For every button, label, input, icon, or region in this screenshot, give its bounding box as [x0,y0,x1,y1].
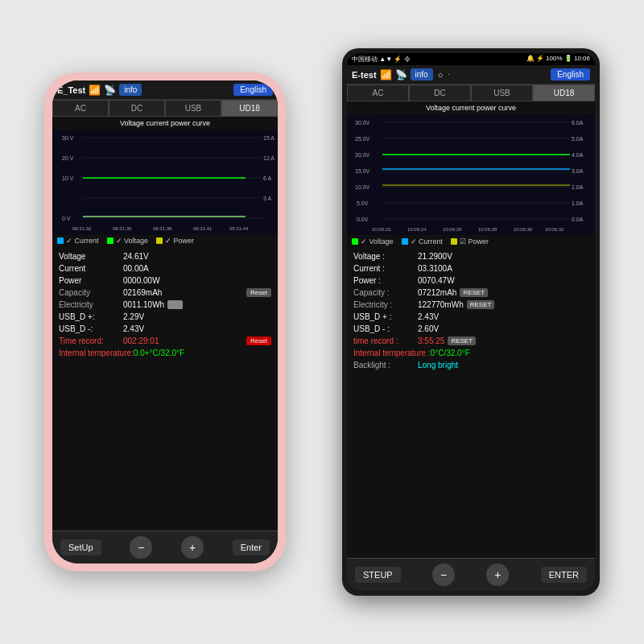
power-label: ✓ Power [165,237,194,245]
right-current-row: Current : 03.3100A [353,262,588,275]
svg-text:08:31:32: 08:31:32 [72,226,92,231]
right-voltage-dot [352,238,358,245]
svg-text:08:31:35: 08:31:35 [113,226,132,231]
svg-text:15 A: 15 A [263,135,275,141]
left-capacity-row: Capacity 02169mAh Reset [59,287,271,299]
scene: E_Test 📶 📡 info English AC DC USB UD18 V… [0,0,644,644]
right-info-tab[interactable]: info [411,68,433,80]
current-label: ✓ Current [66,237,99,245]
left-english-btn[interactable]: English [233,84,273,96]
svg-text:30.0V: 30.0V [355,120,370,126]
right-status-bar: 中国移动 ▲▼ ⚡ 令 🔔 ⚡ 100% 🔋 10:06 [347,53,595,65]
left-info-tab[interactable]: info [119,84,142,96]
left-usbd-plus-row: USB_D +: 2.29V [59,311,271,323]
right-temp-value: 0°C/32.0°F [431,349,470,357]
left-time-value: 002:29:01 [123,336,159,345]
left-tab-usb[interactable]: USB [165,100,221,117]
right-circle-icon: ○ [438,70,444,80]
right-voltage-row: Voltage : 21.2900V [353,250,588,262]
svg-text:3 A: 3 A [263,196,271,201]
right-phone: 中国移动 ▲▼ ⚡ 令 🔔 ⚡ 100% 🔋 10:06 E-test 📶 📡 … [342,48,600,596]
svg-text:5.0A: 5.0A [572,136,584,142]
right-time-row: time record : 3:55:25 RESET [353,335,588,347]
left-usbd-plus-label: USB_D +: [59,312,123,321]
right-capacity-reset1[interactable]: RESET [460,288,488,297]
right-power-legend-label: ☑ Power [460,237,489,246]
svg-text:25.0V: 25.0V [355,136,370,142]
left-setup-btn[interactable]: SetUp [60,539,101,555]
right-current-value: 03.3100A [418,264,452,273]
left-chart-title: Voltage current power curve [52,117,278,130]
right-usbd-plus-value: 2.43V [418,312,439,321]
right-bt-icon: 📶 [380,69,392,80]
right-tab-ud18[interactable]: UD18 [533,85,595,101]
right-app-title: E-test [352,70,377,80]
right-enter-btn[interactable]: ENTER [541,567,587,583]
left-tab-ud18[interactable]: UD18 [221,100,278,117]
voltage-label: ✓ Voltage [116,237,149,245]
right-temp-row: Internal temperature : 0°C/32.0°F [353,347,588,359]
svg-text:10:06:26: 10:06:26 [443,227,462,232]
right-capacity-value: 07212mAh [418,288,456,297]
svg-text:10:06:23: 10:06:23 [372,227,391,232]
left-plus-btn[interactable]: + [181,536,204,559]
left-electricity-value: 0011.10Wh [123,300,164,309]
left-legend-power: ✓ Power [156,237,194,245]
right-legend-current: ✓ Current [402,237,444,246]
right-screen: 中国移动 ▲▼ ⚡ 令 🔔 ⚡ 100% 🔋 10:06 E-test 📶 📡 … [347,53,595,591]
svg-text:20.0V: 20.0V [355,152,370,158]
right-tab-ac[interactable]: AC [347,85,409,101]
left-chart-area: 30 V 20 V 10 V 0 V 15 A 12 A 6 A 3 A [52,130,278,234]
left-data-section: Voltage 24.61V Current 00.00A Power 0000… [52,247,278,530]
left-current-label: Current [59,264,123,273]
right-voltage-value: 21.2900V [418,252,452,261]
voltage-dot [107,237,114,244]
svg-text:2.0A: 2.0A [572,184,584,190]
right-power-label: Power : [353,276,418,285]
left-legend-current: ✓ Current [57,237,99,245]
left-bt-icon: 📶 [89,85,101,96]
right-usbd-minus-row: USB_D - : 2.60V [353,323,588,335]
left-temp-value: 0.0+°C/32.0°F [134,349,184,357]
left-time-row: Time record: 002:29:01 Reset [59,335,271,347]
right-electricity-reset[interactable]: RESET [467,300,495,309]
right-time-value: 3:55:25 [418,336,444,345]
left-minus-btn[interactable]: − [130,536,152,559]
left-electricity-bar [167,300,183,309]
right-minus-btn[interactable]: − [432,564,455,586]
left-app-header: E_Test 📶 📡 info English [52,80,278,100]
left-enter-btn[interactable]: Enter [233,539,270,555]
left-screen: E_Test 📶 📡 info English AC DC USB UD18 V… [52,80,278,564]
left-electricity-label: Electricity [59,300,123,309]
svg-text:1.0A: 1.0A [572,200,584,206]
left-temp-row: Internal temperature: 0.0+°C/32.0°F [59,347,271,359]
right-power-value: 0070.47W [418,276,455,285]
right-usbd-plus-label: USB_D + : [353,312,418,321]
svg-text:08:31:41: 08:31:41 [193,226,213,231]
right-tab-usb[interactable]: USB [471,85,533,101]
left-capacity-reset[interactable]: Reset [246,288,271,297]
left-current-value: 00.00A [123,264,149,273]
right-setup-btn[interactable]: STEUP [355,567,401,583]
right-plus-btn[interactable]: + [486,564,509,586]
left-power-label: Power [59,276,123,285]
right-electricity-row: Electricity : 122770mWh RESET [353,299,588,311]
right-power-row: Power : 0070.47W [353,275,588,287]
left-tab-dc[interactable]: DC [109,100,165,117]
current-dot [57,237,64,244]
svg-text:08:31:38: 08:31:38 [153,226,172,231]
svg-text:12 A: 12 A [263,155,275,161]
right-english-btn[interactable]: English [551,68,590,80]
right-time-reset[interactable]: RESET [448,336,476,345]
left-temp-label: Internal temperature: [59,349,134,357]
left-chart-svg: 30 V 20 V 10 V 0 V 15 A 12 A 6 A 3 A [52,130,278,234]
left-usbd-minus-label: USB_D -: [59,324,123,333]
right-status-right: 🔔 ⚡ 100% 🔋 10:06 [526,55,590,64]
right-bottom-bar: STEUP − + ENTER [347,558,595,591]
right-tab-dc[interactable]: DC [409,85,471,101]
left-current-row: Current 00.00A [59,262,271,275]
left-tab-ac[interactable]: AC [52,100,109,117]
left-time-reset[interactable]: Reset [246,336,271,345]
svg-text:0 V: 0 V [62,216,71,221]
left-legend: ✓ Current ✓ Voltage ✓ Power [52,234,278,247]
